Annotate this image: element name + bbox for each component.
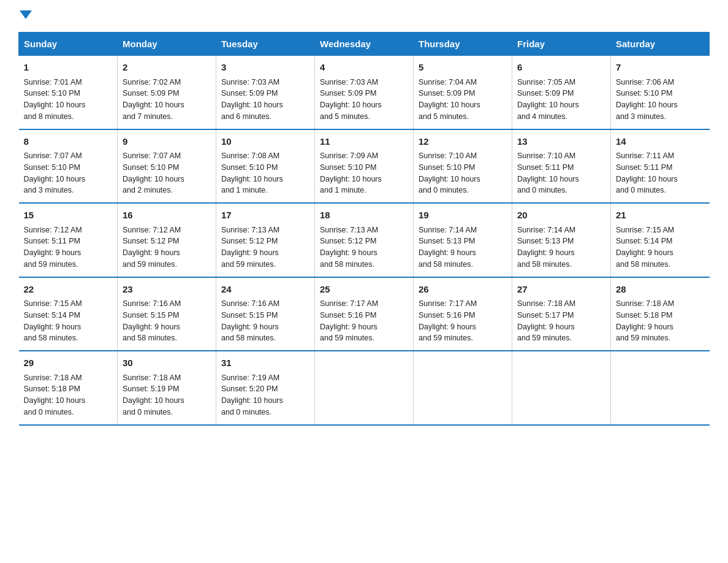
- calendar-cell: [315, 351, 414, 425]
- day-info: Sunrise: 7:15 AMSunset: 5:14 PMDaylight:…: [24, 299, 82, 342]
- calendar-cell: 20Sunrise: 7:14 AMSunset: 5:13 PMDayligh…: [512, 203, 611, 277]
- calendar-cell: 13Sunrise: 7:10 AMSunset: 5:11 PMDayligh…: [512, 129, 611, 204]
- day-number: 9: [123, 135, 211, 149]
- day-number: 24: [221, 283, 309, 297]
- week-row-2: 8Sunrise: 7:07 AMSunset: 5:10 PMDaylight…: [19, 129, 710, 204]
- calendar-cell: 12Sunrise: 7:10 AMSunset: 5:10 PMDayligh…: [414, 129, 512, 204]
- day-number: 14: [616, 135, 705, 149]
- logo-triangle-icon: [20, 10, 32, 19]
- day-number: 19: [419, 209, 507, 223]
- logo: [18, 12, 32, 21]
- calendar-cell: 4Sunrise: 7:03 AMSunset: 5:09 PMDaylight…: [315, 56, 414, 129]
- calendar-cell: 14Sunrise: 7:11 AMSunset: 5:11 PMDayligh…: [611, 129, 710, 204]
- header-day-friday: Friday: [512, 33, 611, 56]
- day-number: 5: [419, 61, 507, 75]
- week-row-1: 1Sunrise: 7:01 AMSunset: 5:10 PMDaylight…: [19, 56, 710, 129]
- calendar-cell: 23Sunrise: 7:16 AMSunset: 5:15 PMDayligh…: [118, 277, 216, 351]
- day-info: Sunrise: 7:17 AMSunset: 5:16 PMDaylight:…: [320, 299, 378, 342]
- day-number: 28: [616, 283, 705, 297]
- day-number: 23: [123, 283, 211, 297]
- day-number: 29: [24, 356, 113, 370]
- day-number: 3: [221, 61, 309, 75]
- calendar-cell: 22Sunrise: 7:15 AMSunset: 5:14 PMDayligh…: [19, 277, 118, 351]
- calendar-cell: [414, 351, 512, 425]
- day-number: 13: [517, 135, 605, 149]
- calendar-cell: 17Sunrise: 7:13 AMSunset: 5:12 PMDayligh…: [216, 203, 315, 277]
- day-info: Sunrise: 7:18 AMSunset: 5:18 PMDaylight:…: [616, 299, 674, 342]
- calendar-cell: 18Sunrise: 7:13 AMSunset: 5:12 PMDayligh…: [315, 203, 414, 277]
- day-number: 18: [320, 209, 408, 223]
- day-number: 12: [419, 135, 507, 149]
- day-number: 16: [123, 209, 211, 223]
- calendar-cell: 6Sunrise: 7:05 AMSunset: 5:09 PMDaylight…: [512, 56, 611, 129]
- day-number: 10: [221, 135, 309, 149]
- calendar-cell: 21Sunrise: 7:15 AMSunset: 5:14 PMDayligh…: [611, 203, 710, 277]
- day-info: Sunrise: 7:06 AMSunset: 5:10 PMDaylight:…: [616, 78, 678, 121]
- day-number: 22: [24, 283, 113, 297]
- day-number: 27: [517, 283, 605, 297]
- day-info: Sunrise: 7:02 AMSunset: 5:09 PMDaylight:…: [123, 78, 184, 121]
- day-number: 2: [123, 61, 211, 75]
- calendar-cell: 8Sunrise: 7:07 AMSunset: 5:10 PMDaylight…: [19, 129, 118, 204]
- day-info: Sunrise: 7:16 AMSunset: 5:15 PMDaylight:…: [221, 299, 279, 342]
- day-info: Sunrise: 7:03 AMSunset: 5:09 PMDaylight:…: [320, 78, 382, 121]
- day-info: Sunrise: 7:13 AMSunset: 5:12 PMDaylight:…: [320, 226, 378, 269]
- day-number: 20: [517, 209, 605, 223]
- day-info: Sunrise: 7:19 AMSunset: 5:20 PMDaylight:…: [221, 373, 283, 416]
- day-info: Sunrise: 7:10 AMSunset: 5:10 PMDaylight:…: [419, 151, 480, 194]
- day-number: 6: [517, 61, 605, 75]
- calendar-cell: [611, 351, 710, 425]
- week-row-5: 29Sunrise: 7:18 AMSunset: 5:18 PMDayligh…: [19, 351, 710, 425]
- day-info: Sunrise: 7:16 AMSunset: 5:15 PMDaylight:…: [123, 299, 181, 342]
- day-info: Sunrise: 7:18 AMSunset: 5:17 PMDaylight:…: [517, 299, 575, 342]
- day-info: Sunrise: 7:18 AMSunset: 5:18 PMDaylight:…: [24, 373, 86, 416]
- calendar-cell: 10Sunrise: 7:08 AMSunset: 5:10 PMDayligh…: [216, 129, 315, 204]
- header-day-thursday: Thursday: [414, 33, 512, 56]
- day-info: Sunrise: 7:03 AMSunset: 5:09 PMDaylight:…: [221, 78, 283, 121]
- day-number: 21: [616, 209, 705, 223]
- header-day-wednesday: Wednesday: [315, 33, 414, 56]
- day-info: Sunrise: 7:12 AMSunset: 5:11 PMDaylight:…: [24, 226, 82, 269]
- day-number: 4: [320, 61, 408, 75]
- day-number: 11: [320, 135, 408, 149]
- day-info: Sunrise: 7:17 AMSunset: 5:16 PMDaylight:…: [419, 299, 477, 342]
- day-info: Sunrise: 7:11 AMSunset: 5:11 PMDaylight:…: [616, 151, 678, 194]
- day-info: Sunrise: 7:07 AMSunset: 5:10 PMDaylight:…: [24, 151, 86, 194]
- day-info: Sunrise: 7:08 AMSunset: 5:10 PMDaylight:…: [221, 151, 283, 194]
- day-info: Sunrise: 7:12 AMSunset: 5:12 PMDaylight:…: [123, 226, 181, 269]
- week-row-4: 22Sunrise: 7:15 AMSunset: 5:14 PMDayligh…: [19, 277, 710, 351]
- calendar-cell: 15Sunrise: 7:12 AMSunset: 5:11 PMDayligh…: [19, 203, 118, 277]
- calendar-cell: 16Sunrise: 7:12 AMSunset: 5:12 PMDayligh…: [118, 203, 216, 277]
- calendar-cell: 31Sunrise: 7:19 AMSunset: 5:20 PMDayligh…: [216, 351, 315, 425]
- calendar-cell: 19Sunrise: 7:14 AMSunset: 5:13 PMDayligh…: [414, 203, 512, 277]
- calendar-cell: 9Sunrise: 7:07 AMSunset: 5:10 PMDaylight…: [118, 129, 216, 204]
- header-day-saturday: Saturday: [611, 33, 710, 56]
- calendar-cell: 2Sunrise: 7:02 AMSunset: 5:09 PMDaylight…: [118, 56, 216, 129]
- calendar-cell: 26Sunrise: 7:17 AMSunset: 5:16 PMDayligh…: [414, 277, 512, 351]
- calendar-cell: 29Sunrise: 7:18 AMSunset: 5:18 PMDayligh…: [19, 351, 118, 425]
- day-info: Sunrise: 7:14 AMSunset: 5:13 PMDaylight:…: [517, 226, 575, 269]
- calendar-cell: 1Sunrise: 7:01 AMSunset: 5:10 PMDaylight…: [19, 56, 118, 129]
- day-number: 31: [221, 356, 309, 370]
- day-number: 26: [419, 283, 507, 297]
- calendar-cell: 27Sunrise: 7:18 AMSunset: 5:17 PMDayligh…: [512, 277, 611, 351]
- header-day-monday: Monday: [118, 33, 216, 56]
- calendar-header-row: SundayMondayTuesdayWednesdayThursdayFrid…: [19, 33, 710, 56]
- header-day-tuesday: Tuesday: [216, 33, 315, 56]
- calendar-cell: 25Sunrise: 7:17 AMSunset: 5:16 PMDayligh…: [315, 277, 414, 351]
- calendar-cell: 11Sunrise: 7:09 AMSunset: 5:10 PMDayligh…: [315, 129, 414, 204]
- day-number: 17: [221, 209, 309, 223]
- day-info: Sunrise: 7:18 AMSunset: 5:19 PMDaylight:…: [123, 373, 184, 416]
- day-number: 8: [24, 135, 113, 149]
- calendar-cell: 24Sunrise: 7:16 AMSunset: 5:15 PMDayligh…: [216, 277, 315, 351]
- calendar-cell: 30Sunrise: 7:18 AMSunset: 5:19 PMDayligh…: [118, 351, 216, 425]
- day-info: Sunrise: 7:05 AMSunset: 5:09 PMDaylight:…: [517, 78, 579, 121]
- day-info: Sunrise: 7:13 AMSunset: 5:12 PMDaylight:…: [221, 226, 279, 269]
- day-number: 30: [123, 356, 211, 370]
- day-info: Sunrise: 7:14 AMSunset: 5:13 PMDaylight:…: [419, 226, 477, 269]
- day-info: Sunrise: 7:10 AMSunset: 5:11 PMDaylight:…: [517, 151, 579, 194]
- day-number: 15: [24, 209, 113, 223]
- week-row-3: 15Sunrise: 7:12 AMSunset: 5:11 PMDayligh…: [19, 203, 710, 277]
- calendar-cell: 28Sunrise: 7:18 AMSunset: 5:18 PMDayligh…: [611, 277, 710, 351]
- day-info: Sunrise: 7:01 AMSunset: 5:10 PMDaylight:…: [24, 78, 86, 121]
